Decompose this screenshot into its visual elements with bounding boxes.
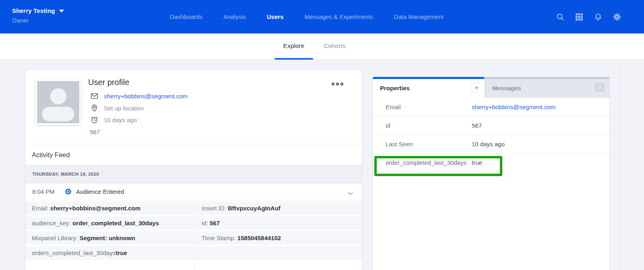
envelope-icon [90, 92, 99, 100]
workspace-role: Owner [12, 17, 64, 24]
profile-distinct-id: 567 [90, 129, 100, 135]
tab-explore[interactable]: Explore [283, 33, 305, 60]
detail-cell-empty [195, 246, 362, 260]
nav-icon-group [556, 0, 621, 33]
event-time: 8:04 PM [32, 188, 58, 195]
activity-event-row[interactable]: 8:04 PM Audience Entered [25, 183, 362, 200]
person-icon [37, 81, 79, 123]
tab-properties-label: Properties [380, 85, 410, 91]
chevron-down-icon[interactable] [348, 190, 353, 197]
detail-cell-insert-id: Insert ID: BftvpxcuyAgInAuf [195, 201, 362, 215]
profile-location-row: Set up location [90, 104, 144, 112]
property-row-id: id 567 [373, 116, 609, 135]
activity-date-header: THURSDAY, MARCH 19, 2020 [25, 165, 362, 183]
nav-item-users[interactable]: Users [267, 13, 284, 20]
detail-cell-id: id: 567 [195, 216, 362, 230]
location-pin-icon [90, 104, 99, 112]
more-options-icon[interactable] [330, 81, 345, 87]
caret-down-icon [59, 10, 64, 12]
property-row-email: Email sherry+bobbins@segment.com [373, 98, 609, 116]
property-row-order-completed: order_completed_last_30days true [373, 154, 609, 176]
event-detail-grid: Email: sherry+bobbins@segment.com Insert… [25, 200, 362, 261]
properties-panel-card: Properties + Messages 0 Email sherry+bob… [372, 77, 610, 270]
nav-item-messages-experiments[interactable]: Messages & Experiments [304, 13, 373, 20]
audience-entered-icon [65, 189, 71, 195]
workspace-switcher[interactable]: Sherry Testing Owner [12, 7, 64, 24]
detail-cell-orders-completed: orders_completed_last_30daystrue [25, 246, 194, 260]
set-up-location-link[interactable]: Set up location [104, 105, 144, 112]
profile-title: User profile [88, 78, 129, 87]
panel-tabbar: Properties + Messages 0 [373, 77, 609, 98]
tab-properties[interactable]: Properties + [373, 77, 485, 98]
profile-header: User profile sherry+bobbins@segment.com … [25, 70, 362, 144]
add-property-button[interactable]: + [471, 83, 482, 93]
messages-count-badge: 0 [595, 83, 605, 92]
profile-last-seen: 10 days ago [104, 116, 137, 123]
tab-messages-label: Messages [492, 85, 521, 91]
notifications-bell-icon[interactable] [594, 12, 603, 21]
main-nav: Dashboards Analysis Users Messages & Exp… [170, 0, 444, 33]
page-content: User profile sherry+bobbins@segment.com … [0, 60, 644, 270]
nav-item-dashboards[interactable]: Dashboards [170, 13, 202, 20]
detail-cell-email: Email: sherry+bobbins@segment.com [25, 201, 194, 215]
property-email-link[interactable]: sherry+bobbins@segment.com [472, 104, 555, 110]
event-name: Audience Entered [76, 188, 124, 195]
top-navbar: Sherry Testing Owner Dashboards Analysis… [0, 0, 644, 33]
profile-email-link[interactable]: sherry+bobbins@segment.com [104, 93, 188, 100]
user-profile-card: User profile sherry+bobbins@segment.com … [25, 69, 362, 270]
nav-item-data-management[interactable]: Data Management [394, 13, 444, 20]
avatar [35, 79, 81, 125]
section-tabstrip: Explore Cohorts [0, 33, 644, 60]
event-detail-footer [25, 261, 362, 270]
detail-cell-time-stamp: Time Stamp: 1585045844102 [195, 231, 362, 245]
detail-cell-audience-key: audience_key: order_completed_last_30day… [25, 216, 194, 230]
apps-grid-icon[interactable] [575, 12, 584, 21]
profile-last-seen-row: 10 days ago [90, 116, 137, 124]
tab-messages[interactable]: Messages 0 [485, 77, 609, 98]
activity-feed-title: Activity Feed [25, 144, 362, 165]
profile-email-row: sherry+bobbins@segment.com [90, 92, 188, 100]
nav-item-analysis[interactable]: Analysis [223, 13, 246, 20]
settings-gear-icon[interactable] [613, 12, 621, 21]
search-icon[interactable] [556, 12, 565, 21]
content-right-divider [619, 60, 619, 270]
detail-cell-mixpanel-library: Mixpanel Library: Segment: unknown [25, 231, 194, 245]
alarm-clock-icon [90, 116, 99, 124]
property-row-last-seen: Last Seen 10 days ago [373, 135, 609, 154]
tab-cohorts[interactable]: Cohorts [324, 33, 345, 60]
workspace-name: Sherry Testing [12, 7, 55, 14]
